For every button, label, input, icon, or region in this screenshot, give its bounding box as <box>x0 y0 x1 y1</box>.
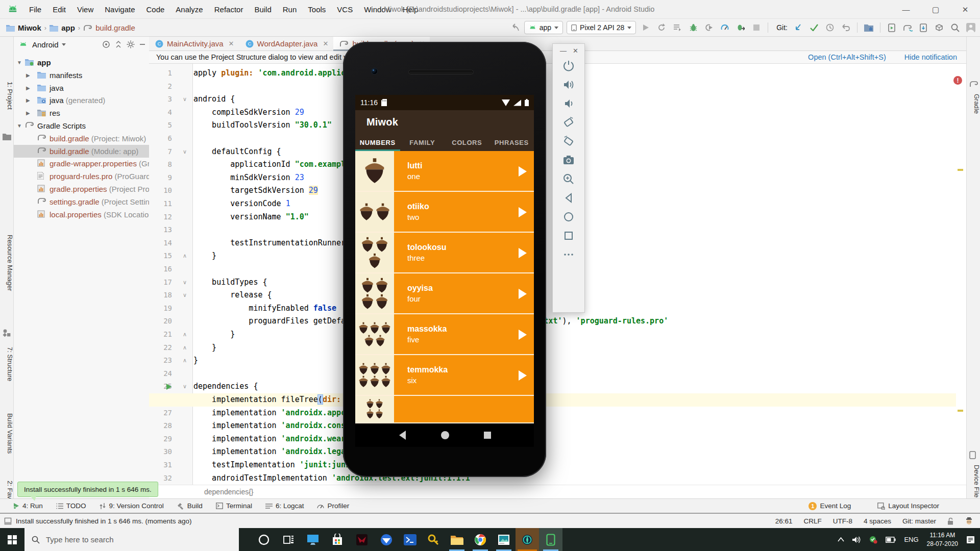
inspection-error-badge[interactable]: ! <box>953 76 962 85</box>
start-button[interactable] <box>0 528 24 551</box>
toolwindow-button-todo[interactable]: TODO <box>56 502 86 510</box>
nav-overview-icon[interactable] <box>483 431 492 439</box>
menu-file[interactable]: File <box>23 0 47 19</box>
line-number[interactable]: 32 <box>152 474 172 482</box>
nav-back-icon[interactable] <box>398 430 407 440</box>
taskbar-app-android-studio[interactable] <box>516 528 539 551</box>
taskbar-app-taskview[interactable] <box>277 528 300 551</box>
status-widget-git--master[interactable]: Git: master <box>902 517 936 525</box>
action-center-icon[interactable] <box>966 536 975 544</box>
tree-row-gradle-wrapper.properties[interactable]: gradle-wrapper.properties (Gradle Versio… <box>14 157 149 170</box>
taskbar-app-cortana[interactable] <box>252 528 276 551</box>
avatar-button[interactable] <box>965 21 977 34</box>
breadcrumb-item-app[interactable]: app <box>61 23 75 32</box>
emulator-vol-up-button[interactable] <box>562 79 575 91</box>
sdk-phone-button[interactable] <box>917 21 929 34</box>
bugarrow-green-button[interactable] <box>734 21 747 34</box>
collapse-all-icon[interactable] <box>114 40 122 48</box>
fold-marker[interactable]: ∨ <box>183 96 187 103</box>
line-number[interactable]: 27 <box>152 409 172 417</box>
line-number[interactable]: 5 <box>152 121 172 129</box>
menu-analyze[interactable]: Analyze <box>170 0 208 19</box>
phone-screen[interactable]: 11:16 Miwok NUMBERSFAMILYCOLORSPHRASES l… <box>355 95 534 447</box>
phone-tab-phrases[interactable]: PHRASES <box>489 134 534 151</box>
tree-row-gradle.properties[interactable]: gradle.properties (Project Properties) <box>14 183 149 195</box>
emulator-nav-home-button[interactable] <box>562 211 575 223</box>
word-row-five[interactable]: massokkafive <box>355 314 534 355</box>
toolwindow-toggle-icon[interactable] <box>4 517 12 525</box>
taskbar-app-powershell[interactable] <box>398 528 422 551</box>
tree-collapsed-arrow[interactable]: ▶ <box>26 110 30 116</box>
search-mag-button[interactable] <box>949 21 961 34</box>
menu-run[interactable]: Run <box>277 0 303 19</box>
word-row-partial[interactable] <box>355 396 534 423</box>
tool-button-build-variants[interactable]: Build Variants <box>0 413 14 454</box>
tree-expanded-arrow[interactable]: ▼ <box>17 123 22 129</box>
word-row-six[interactable]: temmokkasix <box>355 355 534 396</box>
toolwindow-button----version-control[interactable]: 9: Version Control <box>100 502 164 510</box>
fold-marker[interactable]: ∨ <box>183 148 187 155</box>
code-line[interactable]: } <box>193 328 956 341</box>
emulator-minimize-button[interactable]: — <box>560 47 567 55</box>
line-number[interactable]: 23 <box>152 356 172 364</box>
stop-grey-button[interactable] <box>750 21 763 34</box>
breadcrumb-item-build.gradle[interactable]: build.gradle <box>95 23 135 32</box>
fold-marker[interactable]: ∧ <box>183 357 187 364</box>
phone-tab-colors[interactable]: COLORS <box>445 134 489 151</box>
editor-gutter[interactable]: 123∨4567∨89101112131415∧1617∨18∨192021∧2… <box>149 64 193 498</box>
battery-tray-icon[interactable] <box>886 537 896 543</box>
toolwindow-button-profiler[interactable]: Profiler <box>317 502 349 510</box>
menu-navigate[interactable]: Navigate <box>99 0 140 19</box>
emulator-nav-square-button[interactable] <box>562 230 575 242</box>
emulator-nav-back-button[interactable] <box>562 192 575 204</box>
code-line[interactable]: } <box>193 354 956 367</box>
emulator-rot-right-button[interactable] <box>562 135 575 147</box>
tab-mainactivity-java[interactable]: CMainActivity.java✕ <box>149 37 239 51</box>
git-rollback-button[interactable] <box>840 21 852 34</box>
tree-row-java[interactable]: ▶java <box>14 82 149 94</box>
line-number[interactable]: 6 <box>152 134 172 142</box>
line-number[interactable]: 20 <box>152 317 172 325</box>
play-arrow-icon[interactable] <box>519 248 527 258</box>
git-commit-button[interactable] <box>808 21 820 34</box>
scrollbar-warning-mark[interactable] <box>958 410 963 412</box>
code-line[interactable]: implementation 'androidx.constraintlayou… <box>193 419 956 433</box>
strip-shapes-icon[interactable] <box>3 329 11 337</box>
play-arrow-icon[interactable] <box>519 289 527 299</box>
tool-button-resource-manager[interactable]: Resource Manager <box>0 235 14 291</box>
target-circle-icon[interactable] <box>102 40 110 48</box>
line-number[interactable]: 14 <box>152 239 172 247</box>
tree-collapsed-arrow[interactable]: ▶ <box>26 97 30 103</box>
list-grey-button[interactable] <box>671 21 683 34</box>
word-row-one[interactable]: luttione <box>355 151 534 192</box>
menu-code[interactable]: Code <box>140 0 170 19</box>
word-row-four[interactable]: oyyisafour <box>355 273 534 314</box>
toolwindow-button-terminal[interactable]: Terminal <box>216 502 252 510</box>
play-grey-button[interactable] <box>640 21 652 34</box>
code-line[interactable]: implementation fileTree(dir: 'libs', inc… <box>193 393 956 407</box>
open-project-structure-link[interactable]: Open (Ctrl+Alt+Shift+S) <box>808 53 886 61</box>
word-list[interactable]: luttioneotiikotwotolookosuthreeoyyisafou… <box>355 151 534 423</box>
code-line[interactable]: } <box>193 341 956 355</box>
menu-vcs[interactable]: VCS <box>331 0 358 19</box>
gauge-blue-button[interactable] <box>719 21 731 34</box>
phone-tab-family[interactable]: FAMILY <box>400 134 445 151</box>
line-number[interactable]: 24 <box>152 369 172 378</box>
tab-close-icon[interactable]: ✕ <box>323 40 328 47</box>
taskbar-app-predator[interactable] <box>350 528 374 551</box>
taskbar-app-key[interactable] <box>422 528 445 551</box>
menu-build[interactable]: Build <box>249 0 277 19</box>
gradle-daemon-icon[interactable] <box>965 517 973 525</box>
status-widget-26-61[interactable]: 26:61 <box>775 517 793 525</box>
device-selector-dropdown[interactable]: Pixel 2 API 28 <box>567 21 636 34</box>
tree-row-java[interactable]: ▶java (generated) <box>14 94 149 107</box>
status-widget-crlf[interactable]: CRLF <box>803 517 821 525</box>
navigate-back-icon[interactable] <box>510 23 521 32</box>
taskbar-app-chrome[interactable] <box>469 528 492 551</box>
tree-row-local.properties[interactable]: local.properties (SDK Location) <box>14 208 149 221</box>
menu-edit[interactable]: Edit <box>47 0 71 19</box>
apk-box-button[interactable] <box>933 21 945 34</box>
gradle-right-icon[interactable] <box>969 81 978 89</box>
line-number[interactable]: 19 <box>152 304 172 312</box>
minimize-button[interactable]: — <box>891 0 921 19</box>
